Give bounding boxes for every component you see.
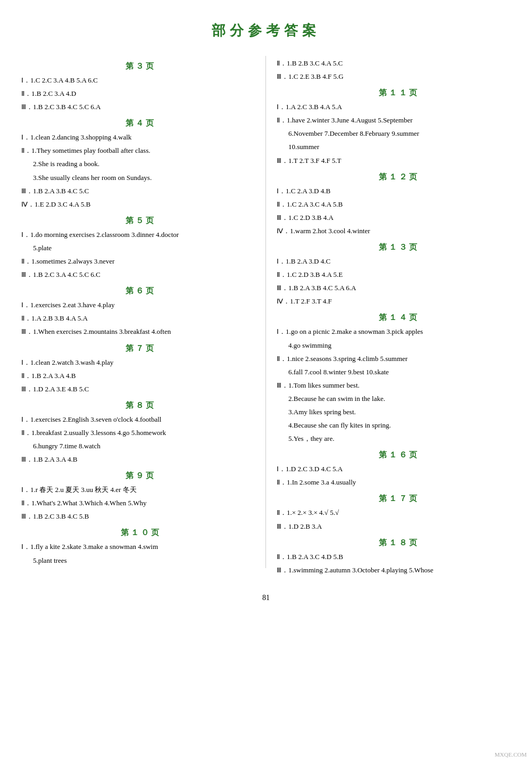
answer-line: Ⅲ．1.When exercises 2.mountains 3.breakfa…	[21, 326, 260, 338]
section-title: 第１８页	[277, 538, 521, 548]
watermark: MXQE.COM	[495, 751, 527, 758]
section-title: 第１７页	[277, 494, 521, 504]
answer-line: Ⅱ．1.What's 2.What 3.Which 4.When 5.Why	[21, 497, 260, 509]
page: 部分参考答案 第３页Ⅰ．1.C 2.C 3.A 4.B 5.A 6.CⅡ．1.B…	[0, 0, 532, 763]
answer-line: 5.plant trees	[21, 555, 260, 567]
answer-line: 6.hungry 7.time 8.watch	[21, 440, 260, 452]
answer-line: Ⅱ．1.They sometimes play football after c…	[21, 145, 260, 157]
section-title: 第１４页	[277, 313, 521, 323]
answer-line: Ⅲ．1.B 2.A 3.B 4.C 5.A 6.A	[277, 282, 521, 294]
answer-line: Ⅳ．1.T 2.F 3.T 4.F	[277, 296, 521, 307]
answer-line: 3.Amy likes spring best.	[277, 406, 521, 418]
answer-line: 6.fall 7.cool 8.winter 9.best 10.skate	[277, 366, 521, 378]
section-title: 第９页	[21, 471, 260, 481]
answer-line: Ⅱ．1.A 2.B 3.B 4.A 5.A	[21, 313, 260, 324]
page-number: 81	[11, 594, 521, 602]
answer-line: Ⅰ．1.D 2.C 3.D 4.C 5.A	[277, 463, 521, 475]
answer-line: Ⅳ．1.E 2.D 3.C 4.A 5.B	[21, 199, 260, 210]
answer-line: Ⅰ．1.exercises 2.English 3.seven o'clock …	[21, 414, 260, 425]
answer-line: Ⅰ．1.exercises 2.eat 3.have 4.play	[21, 299, 260, 311]
answer-line: Ⅰ．1.clean 2.watch 3.wash 4.play	[21, 357, 260, 368]
section-title: 第１６页	[277, 450, 521, 460]
answer-line: Ⅰ．1.C 2.C 3.A 4.B 5.A 6.C	[21, 75, 260, 86]
section-title: 第１１页	[277, 88, 521, 98]
answer-line: Ⅲ．1.D 2.B 3.A	[277, 521, 521, 532]
answer-line: Ⅰ．1.fly a kite 2.skate 3.make a snowman …	[21, 541, 260, 553]
answer-line: Ⅲ．1.C 2.D 3.B 4.A	[277, 212, 521, 224]
answer-line: Ⅰ．1.r 春天 2.u 夏天 3.uu 秋天 4.er 冬天	[21, 484, 260, 496]
main-title: 部分参考答案	[11, 21, 521, 40]
answer-line: Ⅰ．1.A 2.C 3.B 4.A 5.A	[277, 101, 521, 113]
answer-line: 6.November 7.December 8.February 9.summe…	[277, 128, 521, 140]
answer-line: 10.summer	[277, 141, 521, 153]
answer-line: Ⅱ．1.C 2.D 3.B 4.A 5.E	[277, 269, 521, 281]
answer-line: 2.Because he can swim in the lake.	[277, 393, 521, 405]
answer-line: Ⅰ．1.B 2.A 3.D 4.C	[277, 256, 521, 267]
section-title: 第５页	[21, 216, 260, 226]
answer-line: Ⅲ．1.D 2.A 3.E 4.B 5.C	[21, 383, 260, 395]
section-title: 第４页	[21, 118, 260, 128]
content-columns: 第３页Ⅰ．1.C 2.C 3.A 4.B 5.A 6.CⅡ．1.B 2.C 3.…	[11, 56, 521, 578]
answer-line: Ⅲ．1.T 2.T 3.F 4.F 5.T	[277, 155, 521, 167]
section-title: 第７页	[21, 343, 260, 354]
answer-line: Ⅲ．1.B 2.A 3.A 4.B	[21, 454, 260, 465]
answer-line: Ⅱ．1.sometimes 2.always 3.never	[21, 256, 260, 267]
left-column: 第３页Ⅰ．1.C 2.C 3.A 4.B 5.A 6.CⅡ．1.B 2.C 3.…	[11, 56, 266, 568]
answer-line: Ⅰ．1.C 2.A 3.D 4.B	[277, 185, 521, 197]
answer-line: 2.She is reading a book.	[21, 158, 260, 170]
answer-line: Ⅱ．1.B 2.A 3.C 4.D 5.B	[277, 551, 521, 563]
answer-line: Ⅲ．1.C 2.E 3.B 4.F 5.G	[277, 71, 521, 83]
answer-line: Ⅲ．1.B 2.C 3.B 4.C 5.C 6.A	[21, 101, 260, 113]
answer-line: Ⅲ．1.B 2.C 3.A 4.C 5.C 6.C	[21, 269, 260, 281]
answer-line: Ⅱ．1.C 2.A 3.C 4.A 5.B	[277, 199, 521, 210]
answer-line: Ⅱ．1.In 2.some 3.a 4.usually	[277, 477, 521, 488]
answer-line: Ⅱ．1.× 2.× 3.× 4.√ 5.√	[277, 507, 521, 519]
section-title: 第１３页	[277, 242, 521, 252]
answer-line: Ⅲ．1.B 2.C 3.B 4.C 5.B	[21, 511, 260, 522]
section-title: 第６页	[21, 286, 260, 296]
right-column: Ⅱ．1.B 2.B 3.C 4.A 5.CⅢ．1.C 2.E 3.B 4.F 5…	[266, 56, 521, 578]
answer-line: Ⅱ．1.B 2.A 3.A 4.B	[21, 370, 260, 382]
answer-line: Ⅱ．1.B 2.B 3.C 4.A 5.C	[277, 58, 521, 69]
answer-line: Ⅰ．1.do morning exercises 2.classroom 3.d…	[21, 229, 260, 241]
answer-line: 4.Because she can fly kites in spring.	[277, 420, 521, 431]
answer-line: 4.go swimming	[277, 340, 521, 351]
answer-line: Ⅱ．1.breakfast 2.usually 3.lessons 4.go 5…	[21, 427, 260, 439]
answer-line: Ⅳ．1.warm 2.hot 3.cool 4.winter	[277, 225, 521, 237]
answer-line: Ⅰ．1.clean 2.dancing 3.shopping 4.walk	[21, 132, 260, 143]
answer-line: Ⅰ．1.go on a picnic 2.make a snowman 3.pi…	[277, 326, 521, 338]
answer-line: Ⅱ．1.have 2.winter 3.June 4.August 5.Sept…	[277, 114, 521, 126]
section-title: 第８页	[21, 400, 260, 411]
answer-line: 3.She usually cleans her room on Sundays…	[21, 172, 260, 184]
answer-line: Ⅲ．1.swimming 2.autumn 3.October 4.playin…	[277, 564, 521, 576]
answer-line: Ⅱ．1.nice 2.seasons 3.spring 4.climb 5.su…	[277, 353, 521, 365]
answer-line: Ⅲ．1.Tom likes summer best.	[277, 380, 521, 391]
answer-line: 5.Yes，they are.	[277, 433, 521, 445]
section-title: 第１２页	[277, 172, 521, 182]
answer-line: 5.plate	[21, 242, 260, 254]
section-title: 第１０页	[21, 528, 260, 538]
section-title: 第３页	[21, 61, 260, 71]
answer-line: Ⅱ．1.B 2.C 3.A 4.D	[21, 88, 260, 100]
answer-line: Ⅲ．1.B 2.A 3.B 4.C 5.C	[21, 185, 260, 197]
